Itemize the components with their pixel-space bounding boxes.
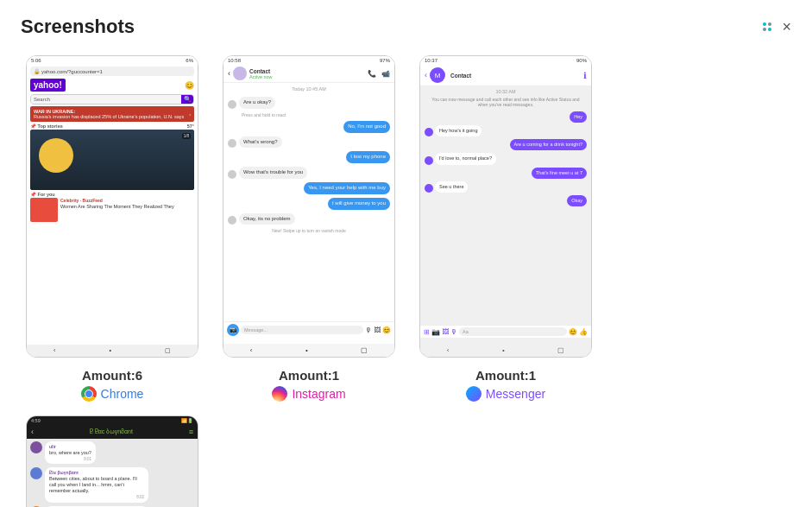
msng-emoji-icon[interactable]: 😊 (569, 328, 577, 336)
msng-msg-av-2 (425, 128, 433, 136)
ig-back-icon[interactable]: ‹ (228, 69, 230, 78)
url-text: yahoo.com/?guccounter=1 (41, 69, 103, 74)
viber-contact-name: Ⴒ Ⴒαc ბωγnმαnt (34, 428, 189, 435)
ig-nav-back[interactable]: ‹ (250, 346, 253, 354)
ig-sticker-icon[interactable]: 😊 (382, 326, 391, 334)
viber-msg1-time: 8:01 (49, 457, 91, 462)
msng-input-bar: ⊞ 📷 🖼 🎙 Aa 😊 👍 (420, 325, 591, 338)
story-pagination: 1/8 (182, 133, 191, 139)
msng-bubble-7: Okay (567, 195, 587, 206)
messenger-app-name: Messenger (486, 387, 545, 401)
msng-contact-avatar: M (430, 67, 445, 83)
msng-messages: Hey Hey how's it going Are u coming for … (420, 110, 591, 208)
ig-bubble-2: No, I'm not good (343, 121, 390, 133)
ig-msg-av-3 (228, 139, 236, 148)
for-you-label: 📌 For you (30, 192, 55, 197)
ig-msg-5: Wow that's trouble for you (228, 167, 390, 179)
msng-input-icons: ⊞ 📷 🖼 🎙 (424, 328, 457, 336)
phone-frame-viber[interactable]: 4:59 📶🔋 ‹ Ⴒ Ⴒαc ბωγnმαnt ≡ (26, 415, 198, 507)
chrome-app-name: Chrome (101, 387, 144, 401)
ig-vanish-hint: New! Swipe up to turn on vanish mode (223, 228, 394, 233)
phone-frame-chrome[interactable]: 5:06 6% 🔒 yahoo.com/?guccounter=1 yahoo!… (26, 55, 198, 358)
ig-msg-av-5 (228, 170, 236, 179)
viber-msg-1: ulir bro, where are you? 8:01 (30, 441, 194, 464)
msng-nav-back[interactable]: ‹ (447, 346, 450, 354)
msng-msg-6: See u there (425, 181, 587, 193)
ig-msg-4: I lost my phone (228, 151, 390, 163)
top-stories-label: 📌 Top stories (30, 124, 63, 129)
ig-nav-square[interactable]: ▢ (361, 346, 368, 354)
msng-bubble-2: Hey how's it going (435, 125, 482, 136)
back-icon[interactable]: ‹ (54, 347, 55, 354)
phone-frame-messenger[interactable]: 10:37 90% ‹ M Contact ℹ 10:32 AM You can… (419, 55, 592, 358)
app-label-instagram: Instagram (272, 386, 345, 402)
ig-nav-bar: ‹ • ▢ (223, 344, 394, 357)
square-icon[interactable]: ▢ (165, 347, 171, 354)
amount-label-chrome: Amount:6 (82, 368, 142, 383)
ig-msg-time: Today 10:45 AM (223, 86, 394, 92)
ig-press-hint: Press and hold to react (228, 112, 390, 117)
msng-nav-dot: • (502, 346, 505, 354)
msng-message-input[interactable]: Aa (459, 327, 567, 336)
app-label-messenger: Messenger (466, 386, 545, 402)
phone-frame-instagram[interactable]: 10:58 97% ‹ Contact Active now 📞 📹 Today (223, 55, 395, 358)
screenshot-item-chrome: 5:06 6% 🔒 yahoo.com/?guccounter=1 yahoo!… (14, 55, 211, 402)
screenshot-item-viber: 4:59 📶🔋 ‹ Ⴒ Ⴒαc ბωγnმαnt ≡ (14, 415, 211, 507)
close-icon[interactable]: × (782, 18, 791, 36)
msng-bubble-4: I'd love to, normal place? (435, 153, 496, 164)
msng-time: 10:37 (425, 58, 437, 63)
msng-msg-1: Hey (425, 111, 587, 123)
ig-input-icons: 🎙 🖼 😊 (365, 326, 391, 334)
msng-msg-av-4 (425, 156, 433, 165)
ig-photo-icon[interactable]: 🖼 (374, 326, 381, 334)
viber-av-1 (30, 441, 42, 453)
chrome-search-button[interactable]: 🔍 (181, 95, 193, 104)
chrome-status-bar: 5:06 6% (27, 56, 198, 65)
ig-msg-2: No, I'm not good (228, 121, 390, 133)
ig-time: 10:58 (228, 58, 241, 63)
grid-icon[interactable] (763, 22, 771, 31)
ig-battery: 97% (380, 58, 390, 63)
ig-bubble-7: I will give money to you (328, 198, 390, 210)
viber-options-icon[interactable]: ≡ (189, 428, 193, 436)
msng-back-icon[interactable]: ‹ (425, 71, 427, 79)
ig-message-input[interactable]: Message... (241, 326, 363, 334)
viber-msg2-time: 8:02 (49, 495, 144, 500)
ig-phone-icon[interactable]: 📞 (368, 70, 376, 78)
msng-msg-av-6 (425, 184, 433, 193)
ig-msg-6: Yes, I need your help with me buy (228, 182, 390, 194)
chrome-search-bar[interactable]: Search 🔍 (30, 94, 194, 105)
msng-photo-icon[interactable]: 🖼 (442, 328, 449, 336)
ig-msg-7: I will give money to you (228, 198, 390, 210)
viber-status-bar: 4:59 📶🔋 (27, 416, 198, 425)
ig-video-icon[interactable]: 📹 (381, 70, 390, 78)
viber-bubble-1: ulir bro, where are you? 8:01 (45, 441, 96, 464)
msng-nav-square[interactable]: ▢ (557, 346, 564, 354)
ig-input-bar: 📷 Message... 🎙 🖼 😊 (223, 321, 394, 338)
amount-label-instagram: Amount:1 (279, 368, 339, 383)
chrome-story-image: 1/8 Zelensky draws line in negotiations … (30, 130, 194, 190)
ig-bubble-5: Wow that's trouble for you (239, 167, 307, 179)
ig-msg-3: What's wrong? (228, 136, 390, 149)
msng-nav-bar: ‹ • ▢ (420, 344, 591, 357)
msng-msg-4: I'd love to, normal place? (425, 153, 587, 164)
chrome-address-bar[interactable]: 🔒 yahoo.com/?guccounter=1 (30, 67, 194, 76)
viber-av-2 (30, 467, 42, 479)
viber-icons: 📶🔋 (181, 418, 193, 423)
msng-camera-icon[interactable]: 📷 (431, 328, 440, 336)
msng-mic-icon[interactable]: 🎙 (450, 328, 457, 336)
msng-grid-icon[interactable]: ⊞ (424, 328, 430, 336)
chrome-news-banner: WAR IN UKRAINE: Russia's invasion has di… (30, 106, 194, 122)
ig-bubble-4: I lost my phone (346, 151, 390, 163)
viber-messages: ulir bro, where are you? 8:01 Ⴒλε βωγnβα… (27, 439, 198, 507)
ig-messages: Are u okay? Press and hold to react No, … (223, 95, 394, 226)
msng-contact-name: Contact (450, 73, 581, 79)
msng-right-icons: 😊 👍 (569, 328, 588, 336)
ig-mic-icon[interactable]: 🎙 (365, 326, 372, 334)
msng-thumb-icon[interactable]: 👍 (579, 328, 588, 336)
ig-camera-button[interactable]: 📷 (227, 324, 239, 336)
screenshot-item-instagram: 10:58 97% ‹ Contact Active now 📞 📹 Today (211, 55, 407, 402)
msng-status-bar: 10:37 90% (420, 56, 591, 65)
msng-info-icon[interactable]: ℹ (583, 71, 587, 80)
chevron-right-icon: › (189, 111, 191, 117)
